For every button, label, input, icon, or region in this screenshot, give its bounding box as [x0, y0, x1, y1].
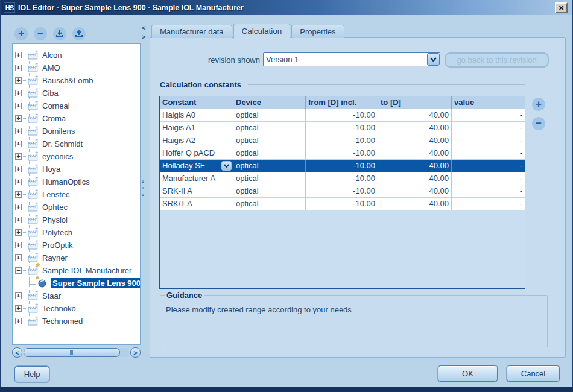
expand-toggle-icon[interactable]: + — [15, 204, 22, 210]
app-window: HS IOL Editor - Super Sample Lens 900 - … — [0, 0, 573, 392]
tree-horizontal-scrollbar[interactable]: < > — [12, 347, 141, 358]
expand-toggle-icon[interactable]: + — [15, 166, 22, 172]
remove-manufacturer-button[interactable]: − — [34, 27, 47, 40]
tree-item[interactable]: +Alcon — [13, 49, 140, 62]
import-icon[interactable] — [53, 27, 66, 40]
cell-from: -10.00 — [306, 122, 378, 134]
expand-toggle-icon[interactable]: + — [15, 242, 22, 248]
guidance-text: Please modify created range according to… — [166, 305, 352, 314]
column-header-device[interactable]: Device — [233, 96, 306, 109]
tree-item[interactable]: +Hoya — [13, 163, 140, 175]
tree-item[interactable]: +Croma — [13, 112, 140, 125]
factory-icon — [27, 177, 39, 187]
expand-toggle-icon[interactable]: + — [15, 305, 22, 312]
remove-constant-button[interactable]: − — [532, 117, 545, 130]
expand-toggle-icon[interactable]: + — [15, 52, 22, 58]
splitter-collapse-icon[interactable]: < — [142, 24, 145, 31]
table-row[interactable]: Haigis A2optical-10.0040.00- — [160, 134, 525, 147]
chevron-down-icon[interactable] — [427, 53, 440, 66]
add-constant-button[interactable]: + — [532, 98, 545, 111]
expand-toggle-icon[interactable]: + — [15, 153, 22, 160]
revision-select[interactable]: Version 1 — [263, 52, 440, 66]
tree-connector — [22, 156, 26, 157]
expand-toggle-icon[interactable]: + — [15, 254, 22, 261]
cancel-button[interactable]: Cancel — [507, 365, 560, 382]
expand-toggle-icon[interactable]: + — [15, 217, 22, 223]
tree-item[interactable]: +Technoko — [13, 302, 140, 315]
tree-item[interactable]: +Rayner — [13, 251, 140, 264]
table-row[interactable]: Manufacturer Aoptical-10.0040.00- — [160, 172, 525, 185]
splitter-expand-icon[interactable]: > — [142, 33, 145, 40]
cell-value: - — [452, 109, 525, 122]
splitter-grip-icon[interactable] — [142, 187, 144, 189]
ok-button[interactable]: OK — [438, 365, 498, 382]
table-row[interactable]: SRK/T Aoptical-10.0040.00- — [160, 198, 525, 210]
tree-item[interactable]: +Bausch&Lomb — [13, 74, 140, 87]
help-button[interactable]: Help — [14, 366, 49, 382]
tree-connector — [22, 232, 26, 233]
close-icon[interactable]: ✕ — [555, 2, 568, 13]
scrollbar-track[interactable] — [24, 348, 129, 357]
column-header-to[interactable]: to [D] — [378, 96, 452, 109]
splitter-grip-icon[interactable] — [142, 194, 144, 196]
splitter-grip-icon[interactable] — [142, 180, 144, 183]
table-row[interactable]: Hoffer Q pACDoptical-10.0040.00- — [160, 147, 525, 160]
table-row[interactable]: Holladay SFoptical-10.0040.00- — [160, 160, 525, 172]
lens-icon: ★ — [37, 278, 49, 288]
tree-item[interactable]: +Ciba — [13, 87, 140, 100]
table-row[interactable]: SRK-II Aoptical-10.0040.00- — [160, 185, 525, 198]
tab-calculation[interactable]: Calculation — [233, 24, 291, 39]
scroll-right-icon[interactable]: > — [130, 347, 141, 358]
tree-item[interactable]: +Physiol — [13, 213, 140, 226]
tree-item[interactable]: +AMO — [13, 62, 140, 74]
tree-connector — [22, 258, 26, 258]
tree-item[interactable]: +Lenstec — [13, 188, 140, 201]
cell-value: - — [452, 185, 525, 198]
tree-item[interactable]: +Ophtec — [13, 201, 140, 213]
tree-item[interactable]: +Dr. Schmidt — [13, 138, 140, 150]
tree-item[interactable]: ★Super Sample Lens 900 — [13, 277, 140, 289]
tree-item[interactable]: +eyeonics — [13, 150, 140, 163]
constant-dropdown-button[interactable] — [221, 161, 232, 171]
manufacturer-tree[interactable]: +Alcon+AMO+Bausch&Lomb+Ciba+Corneal+Crom… — [12, 43, 141, 345]
tab-properties[interactable]: Properties — [291, 25, 344, 38]
column-header-constant[interactable]: Constant — [160, 96, 233, 109]
expand-toggle-icon[interactable]: + — [15, 90, 22, 96]
column-header-value[interactable]: value — [452, 96, 525, 109]
tree-item[interactable]: +Polytech — [13, 226, 140, 239]
constants-table[interactable]: Constant Device from [D] incl. to [D] va… — [159, 96, 525, 289]
tree-item[interactable]: +Technomed — [13, 315, 140, 327]
tree-connector — [22, 321, 26, 321]
tree-item[interactable]: +ProOptik — [13, 239, 140, 251]
scrollbar-thumb[interactable] — [24, 348, 120, 357]
expand-toggle-icon[interactable]: + — [15, 229, 22, 236]
column-header-from[interactable]: from [D] incl. — [306, 96, 378, 109]
scroll-left-icon[interactable]: < — [12, 347, 22, 358]
table-row[interactable]: Haigis A0optical-10.0040.00- — [160, 109, 525, 122]
expand-toggle-icon[interactable]: + — [15, 318, 22, 324]
expand-toggle-icon[interactable]: + — [15, 141, 22, 147]
expand-toggle-icon[interactable]: + — [15, 292, 22, 299]
expand-toggle-icon[interactable]: + — [15, 115, 22, 122]
tree-item[interactable]: +Corneal — [13, 100, 140, 112]
tree-item[interactable]: +Domilens — [13, 125, 140, 138]
export-icon[interactable] — [72, 27, 86, 40]
cell-from: -10.00 — [306, 172, 378, 185]
cell-value: - — [452, 172, 525, 185]
tree-connector — [22, 68, 26, 68]
add-manufacturer-button[interactable]: + — [14, 27, 28, 40]
tree-item[interactable]: −★Sample IOL Manufacturer — [13, 264, 140, 277]
expand-toggle-icon[interactable]: + — [15, 179, 22, 185]
collapse-toggle-icon[interactable]: − — [15, 267, 22, 274]
tree-item[interactable]: +HumanOptics — [13, 175, 140, 188]
tree-item[interactable]: +Staar — [13, 289, 140, 302]
table-row[interactable]: Haigis A1optical-10.0040.00- — [160, 122, 525, 134]
expand-toggle-icon[interactable]: + — [15, 103, 22, 109]
expand-toggle-icon[interactable]: + — [15, 77, 22, 84]
expand-toggle-icon[interactable]: + — [15, 128, 22, 134]
title-bar[interactable]: HS IOL Editor - Super Sample Lens 900 - … — [1, 0, 572, 15]
tree-connector — [22, 245, 26, 245]
expand-toggle-icon[interactable]: + — [15, 191, 22, 198]
expand-toggle-icon[interactable]: + — [15, 65, 22, 71]
tab-manufacturer-data[interactable]: Manufacturer data — [151, 25, 232, 38]
